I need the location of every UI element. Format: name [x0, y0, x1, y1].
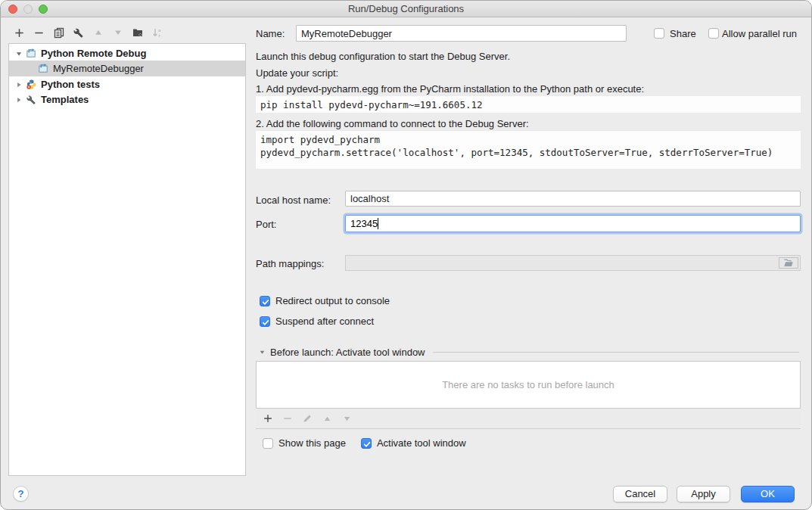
suspend-after-connect-row: Suspend after connect: [260, 316, 374, 327]
move-up-icon: [92, 26, 104, 39]
text-cursor: [378, 218, 378, 229]
remove-icon: [282, 412, 294, 424]
section-divider: [433, 352, 799, 353]
tree-item-my-remote-debugger[interactable]: MyRemoteDebugger: [9, 61, 245, 76]
copy-icon[interactable]: [52, 26, 65, 39]
activate-tool-window-label: Activate tool window: [377, 437, 466, 449]
redirect-output-row: Redirect output to console: [260, 295, 390, 306]
show-this-page-label: Show this page: [278, 437, 346, 449]
suspend-after-connect-label: Suspend after connect: [275, 316, 374, 327]
redirect-output-label: Redirect output to console: [275, 295, 390, 306]
move-down-icon: [111, 26, 124, 39]
python-remote-debug-icon: [25, 48, 37, 60]
allow-parallel-run-checkbox[interactable]: [708, 28, 719, 39]
activate-tool-window-checkbox[interactable]: [361, 438, 372, 449]
titlebar: Run/Debug Configurations: [1, 1, 811, 17]
page-options-row: Show this page Activate tool window: [263, 437, 466, 449]
remove-icon[interactable]: [33, 26, 45, 39]
pip-install-code: pip install pydevd-pycharm~=191.6605.12: [256, 96, 801, 113]
configurations-tree: Python Remote Debug MyRemoteDebugger Pyt…: [8, 43, 246, 476]
redirect-output-checkbox[interactable]: [260, 296, 270, 306]
port-field-wrapper: [345, 215, 801, 232]
tree-item-label: Templates: [41, 94, 89, 105]
share-checkbox[interactable]: [654, 28, 664, 39]
empty-tasks-message: There are no tasks to run before launch: [442, 379, 614, 390]
new-folder-icon[interactable]: [131, 26, 144, 39]
tree-item-python-tests[interactable]: Python tests: [9, 76, 245, 92]
add-icon[interactable]: [13, 26, 26, 39]
instruction-line-2: Update your script:: [256, 67, 338, 79]
apply-button[interactable]: Apply: [677, 486, 730, 502]
path-mappings-input[interactable]: [346, 256, 800, 270]
port-input[interactable]: [345, 215, 801, 232]
svg-text:a: a: [158, 28, 161, 33]
chevron-down-icon: [259, 349, 266, 356]
before-launch-task-list[interactable]: There are no tasks to run before launch: [256, 361, 801, 409]
sort-alphabetically-icon: az: [151, 26, 163, 39]
before-launch-toolbar: [256, 409, 801, 429]
local-host-name-label: Local host name:: [256, 194, 331, 206]
chevron-right-icon[interactable]: [14, 95, 23, 104]
before-launch-header[interactable]: Before launch: Activate tool window: [259, 347, 799, 358]
settrace-code-line-2: pydevd_pycharm.settrace('localhost', por…: [260, 147, 773, 158]
cancel-button[interactable]: Cancel: [613, 486, 667, 502]
edit-pencil-icon: [301, 412, 313, 424]
move-down-icon: [341, 412, 353, 424]
settrace-code: import pydevd_pycharm pydevd_pycharm.set…: [256, 131, 801, 169]
tree-item-label: Python Remote Debug: [41, 48, 146, 59]
tree-item-label: MyRemoteDebugger: [53, 63, 144, 74]
python-remote-debug-icon: [37, 63, 49, 75]
tree-item-label: Python tests: [41, 79, 100, 90]
share-label: Share: [670, 28, 696, 39]
chevron-down-icon[interactable]: [14, 49, 23, 58]
settrace-code-line-1: import pydevd_pycharm: [260, 134, 380, 145]
configurations-toolbar: az: [13, 26, 163, 39]
help-icon[interactable]: ?: [13, 486, 29, 502]
tree-item-python-remote-debug[interactable]: Python Remote Debug: [9, 45, 245, 61]
svg-text:z: z: [158, 33, 160, 38]
before-launch-title: Before launch: Activate tool window: [270, 347, 425, 358]
browse-folder-icon[interactable]: [779, 257, 798, 269]
add-icon[interactable]: [262, 412, 274, 424]
show-this-page-checkbox[interactable]: [263, 438, 273, 449]
python-tests-icon: [25, 79, 37, 91]
local-host-name-input[interactable]: [345, 191, 801, 207]
path-mappings-label: Path mappings:: [256, 258, 324, 269]
tree-item-templates[interactable]: Templates: [9, 92, 245, 107]
move-up-icon: [321, 412, 333, 424]
window-title: Run/Debug Configurations: [1, 1, 811, 17]
instruction-step-2: 2. Add the following command to connect …: [256, 118, 529, 130]
chevron-right-icon[interactable]: [14, 80, 23, 89]
run-debug-configurations-dialog: Run/Debug Configurations az: [0, 0, 812, 510]
instruction-line-1: Launch this debug configuration to start…: [256, 51, 510, 63]
edit-defaults-wrench-icon[interactable]: [72, 26, 85, 39]
port-label: Port:: [256, 219, 276, 230]
name-input[interactable]: [296, 25, 627, 42]
path-mappings-field-wrapper: [345, 255, 801, 271]
name-label: Name:: [256, 28, 285, 39]
templates-wrench-icon: [25, 94, 37, 106]
ok-button[interactable]: OK: [741, 486, 795, 502]
allow-parallel-run-label: Allow parallel run: [722, 28, 797, 39]
suspend-after-connect-checkbox[interactable]: [260, 316, 270, 327]
instruction-step-1: 1. Add pydevd-pycharm.egg from the PyCha…: [256, 83, 644, 95]
